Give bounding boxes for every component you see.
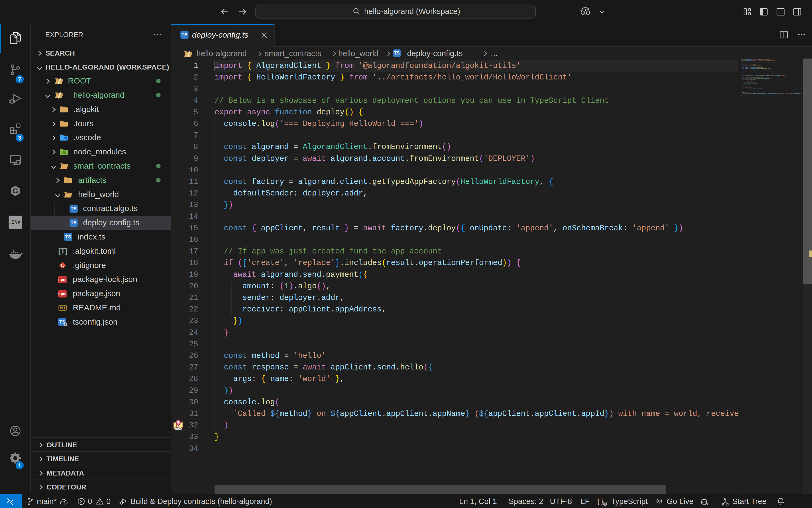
svg-text:G: G [13, 187, 18, 195]
svg-text:JS: JS [62, 151, 66, 154]
